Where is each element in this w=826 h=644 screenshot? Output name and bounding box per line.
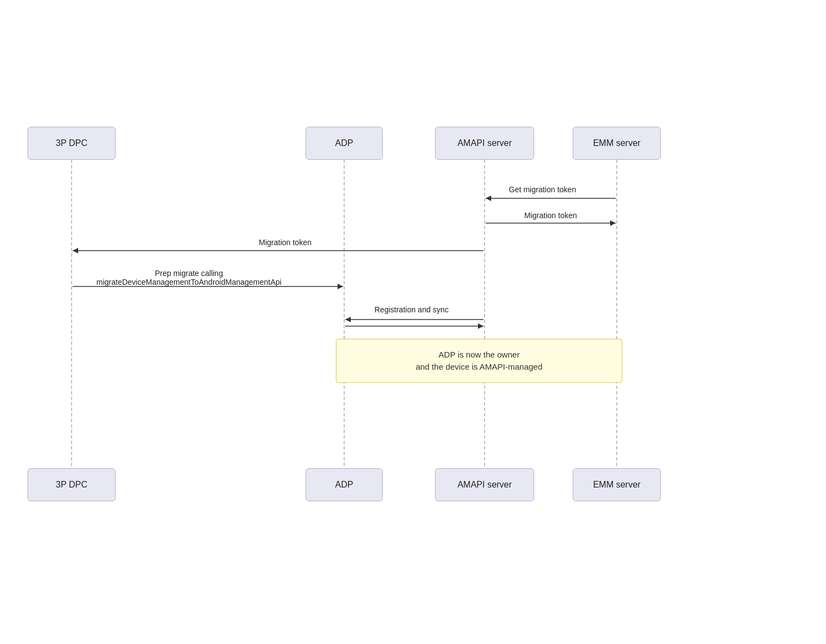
msg4-label: Prep migrate calling migrateDeviceManage…: [96, 269, 281, 286]
actor-3pdpc-top: 3P DPC: [28, 127, 116, 160]
svg-marker-13: [345, 317, 351, 322]
actor-emm-top: EMM server: [573, 127, 661, 160]
highlight-box: ADP is now the ownerand the device is AM…: [336, 339, 622, 383]
actor-adp-top: ADP: [306, 127, 383, 160]
msg2-label: Migration token: [524, 211, 577, 220]
actor-adp-bottom: ADP: [306, 468, 383, 501]
sequence-diagram: 3P DPC ADP AMAPI server EMM server 3P DP…: [0, 0, 826, 644]
svg-marker-9: [73, 248, 78, 253]
svg-marker-11: [338, 284, 343, 289]
msg3-label: Migration token: [259, 238, 312, 247]
svg-marker-5: [486, 196, 491, 201]
actor-emm-bottom: EMM server: [573, 468, 661, 501]
arrows-svg: [0, 0, 826, 644]
actor-amapi-top: AMAPI server: [435, 127, 534, 160]
svg-marker-15: [478, 323, 483, 329]
svg-marker-7: [610, 220, 616, 226]
msg5-label: Registration and sync: [374, 305, 449, 314]
actor-3pdpc-bottom: 3P DPC: [28, 468, 116, 501]
actor-amapi-bottom: AMAPI server: [435, 468, 534, 501]
msg1-label: Get migration token: [509, 185, 576, 194]
